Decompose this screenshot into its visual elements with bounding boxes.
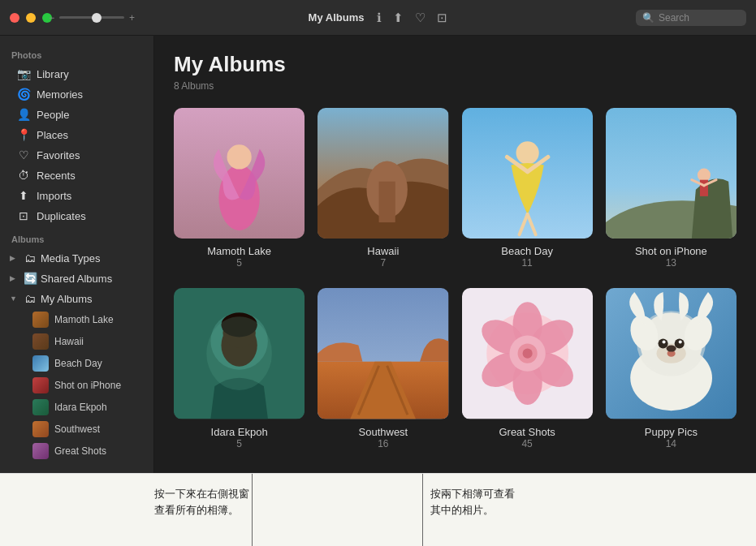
recents-icon: ⏱ [16,169,31,182]
sidebar-sub-southwest[interactable]: Southwest [5,419,149,440]
mamoth-lake-name: Mamoth Lake [207,245,271,257]
album-count-label: 8 Albums [174,80,737,92]
search-box[interactable]: 🔍 [636,10,746,26]
minimize-button[interactable] [26,13,36,23]
album-shot-on-iphone-thumb [606,108,737,239]
svg-point-47 [662,341,665,344]
my-albums-folder-icon: 🗂 [23,292,37,305]
page-title: My Albums [174,52,737,77]
puppy-pics-count: 14 [666,438,676,449]
title-bar-center: My Albums ℹ ⬆ ♡ ⊡ [309,11,448,25]
great-shots-count: 45 [521,438,532,449]
sidebar-item-library[interactable]: 📷 Library [5,64,149,84]
album-southwest[interactable]: Southwest 16 [318,288,448,449]
search-icon: 🔍 [642,12,654,24]
album-hawaii[interactable]: Hawaii 7 [318,108,448,269]
mamoth-lake-count: 5 [236,257,242,269]
zoom-plus-icon[interactable]: + [129,12,135,24]
memories-icon: 🌀 [16,88,31,101]
sidebar-item-memories[interactable]: 🌀 Memories [5,84,149,104]
search-input[interactable] [659,12,740,24]
sidebar-item-library-label: Library [37,68,69,80]
svg-point-7 [516,141,538,164]
svg-point-37 [522,349,532,359]
zoom-slider[interactable] [59,16,124,19]
traffic-lights [10,13,52,23]
album-shot-on-iphone[interactable]: Shot on iPhone 13 [606,108,737,269]
annotation-line-right [422,474,423,546]
album-beach-day-thumb [462,108,593,239]
sidebar-item-people[interactable]: 👤 People [5,105,149,124]
sidebar-group-my-albums[interactable]: ▼ 🗂 My Albums [3,289,150,308]
southwest-count: 16 [378,438,388,449]
southwest-thumb [32,421,49,437]
sidebar-group-media-types[interactable]: ▶ 🗂 Media Types [3,248,150,268]
album-idara-ekpoh-thumb [174,288,305,419]
great-shots-name: Great Shots [499,426,555,438]
beach-day-count: 11 [521,257,532,269]
duplicates-icon: ⊡ [16,209,31,222]
imports-icon: ⬆ [16,189,31,202]
sidebar-sub-mamoth-lake[interactable]: Mamoth Lake [5,309,149,330]
svg-rect-5 [379,182,395,222]
album-idara-ekpoh[interactable]: Idara Ekpoh 5 [174,288,305,449]
annotation-line-left [252,474,253,546]
favorites-icon: ♡ [16,148,31,161]
sidebar-sub-beach-day[interactable]: Beach Day [5,353,149,374]
puppy-pics-name: Puppy Pics [645,426,698,438]
photos-section-label: Photos [0,42,153,63]
info-icon[interactable]: ℹ [377,11,382,25]
album-southwest-thumb [318,288,448,419]
svg-point-45 [658,339,667,349]
sidebar-sub-great-shots[interactable]: Great Shots [5,441,149,462]
sidebar-sub-hawaii[interactable]: Hawaii [5,331,149,352]
sidebar-item-imports-label: Imports [37,190,71,202]
sidebar-sub-great-shots-label: Great Shots [54,445,106,457]
zoom-thumb[interactable] [92,13,102,23]
sidebar-group-shared-albums[interactable]: ▶ 🔄 Shared Albums [3,269,150,288]
beach-day-thumb [32,355,49,372]
album-great-shots[interactable]: Great Shots 45 [462,288,593,449]
sidebar-item-recents-label: Recents [37,170,76,182]
sidebar-group-media-types-label: Media Types [41,252,100,264]
shot-on-iphone-count: 13 [666,257,676,269]
heart-icon[interactable]: ♡ [415,11,426,25]
album-mamoth-lake[interactable]: Mamoth Lake 5 [174,108,305,269]
annotation-left-text: 按一下來在右側視窗查看所有的相簿。 [154,486,249,518]
sidebar-sub-shot-on-iphone[interactable]: Shot on iPhone [5,375,149,396]
sidebar-item-memories-label: Memories [37,88,83,101]
albums-section-label: Albums [0,226,153,247]
chevron-down-icon: ▼ [10,294,19,303]
idara-ekpoh-thumb [32,399,49,415]
slideshow-icon[interactable]: ⊡ [437,11,447,25]
hawaii-count: 7 [381,257,387,269]
idara-ekpoh-count: 5 [236,438,242,449]
sidebar-item-recents[interactable]: ⏱ Recents [5,166,149,185]
album-hawaii-thumb [318,108,448,239]
sidebar-item-imports[interactable]: ⬆ Imports [5,186,149,205]
title-bar: − + My Albums ℹ ⬆ ♡ ⊡ 🔍 [0,0,756,36]
album-puppy-pics[interactable]: Puppy Pics 14 [606,288,737,449]
sidebar-item-duplicates[interactable]: ⊡ Duplicates [5,206,149,226]
share-icon[interactable]: ⬆ [393,11,404,25]
close-button[interactable] [10,13,19,23]
sidebar-sub-idara-ekpoh[interactable]: Idara Ekpoh [5,397,149,418]
svg-point-2 [227,144,252,169]
sidebar-item-places[interactable]: 📍 Places [5,125,149,144]
people-icon: 👤 [16,108,31,121]
sidebar-item-favorites-label: Favorites [37,149,80,161]
great-shots-thumb [32,443,49,459]
svg-point-13 [698,169,711,182]
sidebar-group-shared-albums-label: Shared Albums [41,273,112,285]
shot-on-iphone-name: Shot on iPhone [635,245,707,257]
album-puppy-pics-thumb [606,288,737,419]
sidebar-sub-beach-day-label: Beach Day [54,358,102,369]
zoom-slider-area[interactable]: − + [49,12,135,24]
sidebar-item-favorites[interactable]: ♡ Favorites [5,145,149,165]
album-beach-day[interactable]: Beach Day 11 [462,108,593,269]
zoom-minus-icon[interactable]: − [49,12,54,24]
beach-day-name: Beach Day [501,245,553,257]
sidebar-group-my-albums-label: My Albums [41,293,93,305]
sidebar-sub-hawaii-label: Hawaii [54,336,84,347]
chevron-right-icon: ▶ [10,254,19,262]
